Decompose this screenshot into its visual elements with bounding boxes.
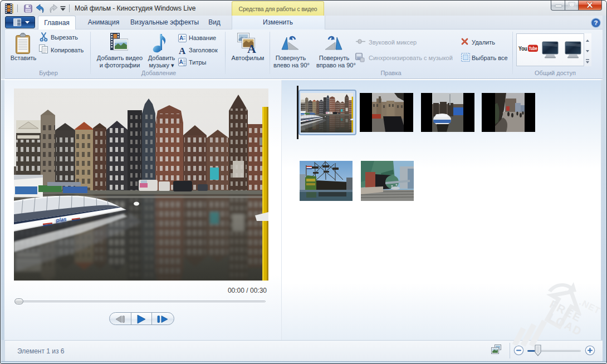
svg-text:You: You bbox=[518, 46, 527, 52]
svg-text:Tube: Tube bbox=[529, 46, 537, 51]
svg-text:A: A bbox=[179, 35, 183, 41]
svg-text:?: ? bbox=[594, 19, 598, 26]
svg-text:A: A bbox=[179, 59, 183, 65]
svg-text:A: A bbox=[247, 42, 256, 53]
svg-text:A: A bbox=[179, 46, 186, 55]
